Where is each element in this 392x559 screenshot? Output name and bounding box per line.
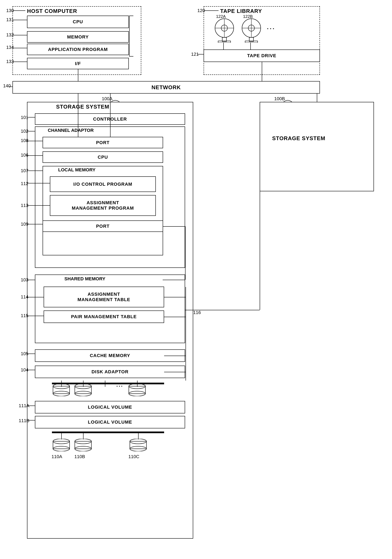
svg-rect-16 <box>75 386 91 394</box>
tape-library-label: TAPE LIBRARY <box>220 8 262 14</box>
network-bar: NETWORK <box>12 81 320 93</box>
memory-host-box: MEMORY <box>27 31 129 43</box>
cache-memory-box: CACHE MEMORY <box>35 349 185 362</box>
svg-rect-28 <box>130 441 146 449</box>
disk-adaptor-label: DISK ADAPTOR <box>91 369 128 374</box>
host-computer-label: HOST COMPUTER <box>27 8 77 14</box>
disk-dots: ... <box>116 382 123 388</box>
disk-drive-2 <box>74 384 92 396</box>
port-top-box: PORT <box>43 137 163 148</box>
ref-110b: 110B <box>74 454 85 459</box>
disk-adaptor-box: DISK ADAPTOR <box>35 366 185 378</box>
cpu-host-label: CPU <box>73 19 83 25</box>
ref-108: 108 <box>21 138 28 143</box>
cache-memory-label: CACHE MEMORY <box>90 353 130 358</box>
logical-volume-b-box: LOGICAL VOLUME <box>35 416 185 429</box>
tape-reel-b <box>241 18 262 43</box>
if-host-label: I/F <box>75 61 81 66</box>
memory-host-label: MEMORY <box>67 34 89 40</box>
shared-memory-outer <box>35 275 185 343</box>
cpu-storage-label: CPU <box>98 155 108 160</box>
tape-reel-dots: ... <box>267 24 276 31</box>
ref-100b: 100B <box>274 96 285 102</box>
ref-110a: 110A <box>52 454 62 459</box>
shared-memory-label: SHARED MEMORY <box>64 276 105 282</box>
tape-reel-a <box>214 18 235 43</box>
ref-116: 116 <box>193 310 201 315</box>
tape-drive-box: TAPE DRIVE <box>204 49 320 62</box>
assign-mgmt-prog-label: ASSIGNMENT MANAGEMENT PROGRAM <box>72 200 134 211</box>
ref-140: 140 <box>3 83 11 89</box>
disk-drive-3 <box>128 384 146 396</box>
assign-mgmt-table-label: ASSIGNMENT MANAGEMENT TABLE <box>78 292 130 302</box>
disk-drive-4 <box>53 439 70 451</box>
ref-106: 106 <box>21 152 28 158</box>
storage-system-a-label: STORAGE SYSTEM <box>56 103 109 110</box>
storage-system-b-outer <box>260 102 374 191</box>
assign-mgmt-prog-box: ASSIGNMENT MANAGEMENT PROGRAM <box>50 195 156 216</box>
disk-drive-6 <box>129 439 147 451</box>
ref-110c: 110C <box>128 454 139 459</box>
ref-101: 101 <box>21 115 28 120</box>
cpu-storage-box: CPU <box>43 151 163 163</box>
logical-volume-a-box: LOGICAL VOLUME <box>35 401 185 413</box>
diagram: HOST COMPUTER 130 CPU 131 MEMORY 132 APP… <box>0 0 392 559</box>
ref-134: 134 <box>6 45 14 50</box>
svg-rect-22 <box>53 441 70 449</box>
logical-volume-b-label: LOGICAL VOLUME <box>88 419 132 425</box>
tape-drive-label: TAPE DRIVE <box>247 53 276 58</box>
cpu-host-box: CPU <box>27 16 129 28</box>
ref-111b: 111B <box>19 418 29 423</box>
pair-mgmt-table-box: PAIR MANAGEMENT TABLE <box>44 310 164 323</box>
io-control-box: I/O CONTROL PROGRAM <box>50 176 156 192</box>
svg-rect-13 <box>53 386 70 394</box>
network-label: NETWORK <box>151 84 181 91</box>
app-program-box: APPLICATION PROGRAM <box>27 44 129 55</box>
disk-drive-5 <box>74 439 92 451</box>
logical-volume-a-label: LOGICAL VOLUME <box>88 404 132 410</box>
port-top-label: PORT <box>96 140 109 145</box>
ref-100a: 100A <box>102 96 112 102</box>
port-bottom-box: PORT <box>43 220 163 232</box>
svg-rect-25 <box>75 441 91 449</box>
app-program-label: APPLICATION PROGRAM <box>48 47 108 52</box>
svg-rect-19 <box>129 386 145 394</box>
disk-drive-1 <box>53 384 70 396</box>
local-memory-label: LOCAL MEMORY <box>58 167 96 173</box>
if-host-box: I/F <box>27 58 129 69</box>
io-control-label: I/O CONTROL PROGRAM <box>73 182 132 187</box>
assign-mgmt-table-box: ASSIGNMENT MANAGEMENT TABLE <box>44 287 164 307</box>
ref-112: 112 <box>21 181 28 186</box>
channel-adaptor-label: CHANNEL ADAPTOR <box>48 128 94 133</box>
port-bottom-label: PORT <box>96 224 109 229</box>
pair-mgmt-table-label: PAIR MANAGEMENT TABLE <box>71 314 137 319</box>
storage-system-b-label: STORAGE SYSTEM <box>272 135 325 142</box>
